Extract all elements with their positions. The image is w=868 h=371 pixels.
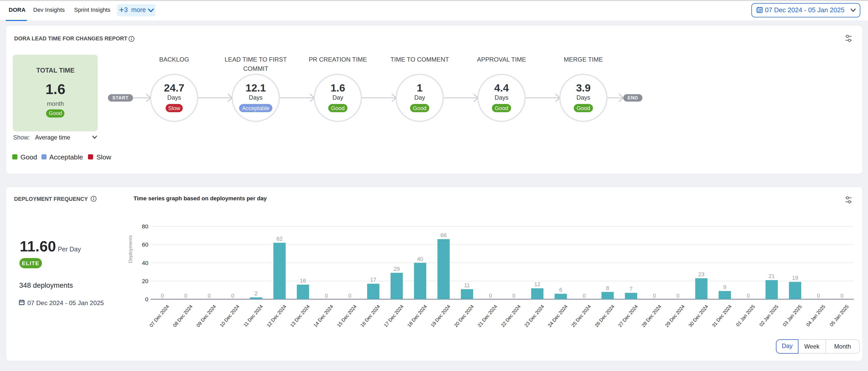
- svg-text:Day: Day: [414, 94, 425, 101]
- svg-text:03 Jan 2025: 03 Jan 2025: [782, 304, 803, 327]
- svg-text:COMMIT: COMMIT: [243, 65, 268, 72]
- svg-text:0: 0: [817, 292, 820, 299]
- svg-text:29: 29: [394, 266, 400, 272]
- svg-text:17 Dec 2024: 17 Dec 2024: [383, 304, 405, 328]
- svg-text:4.4: 4.4: [494, 82, 509, 94]
- svg-text:07 Dec 2024: 07 Dec 2024: [149, 304, 170, 328]
- svg-text:0: 0: [747, 292, 750, 299]
- svg-text:15 Dec 2024: 15 Dec 2024: [336, 304, 358, 328]
- svg-text:Days: Days: [249, 94, 262, 101]
- svg-text:0: 0: [653, 292, 656, 299]
- svg-text:0: 0: [231, 292, 234, 299]
- svg-text:11: 11: [464, 282, 470, 288]
- svg-text:08 Dec 2024: 08 Dec 2024: [172, 304, 194, 328]
- svg-text:19 Dec 2024: 19 Dec 2024: [430, 304, 452, 328]
- svg-text:13 Dec 2024: 13 Dec 2024: [289, 304, 311, 328]
- svg-text:Slow: Slow: [168, 105, 180, 111]
- svg-text:0: 0: [840, 292, 843, 299]
- svg-text:0: 0: [208, 292, 211, 299]
- svg-text:04 Jan 2025: 04 Jan 2025: [805, 304, 826, 327]
- svg-text:Days: Days: [495, 94, 508, 101]
- svg-text:21: 21: [769, 273, 775, 279]
- svg-text:3.9: 3.9: [576, 82, 591, 94]
- svg-text:12 Dec 2024: 12 Dec 2024: [266, 304, 287, 328]
- svg-text:0: 0: [489, 292, 492, 299]
- svg-text:17: 17: [370, 276, 376, 282]
- svg-text:1.6: 1.6: [331, 82, 345, 94]
- svg-text:Good: Good: [577, 105, 590, 111]
- svg-text:21 Dec 2024: 21 Dec 2024: [476, 304, 498, 328]
- svg-text:2: 2: [254, 290, 257, 296]
- svg-text:20 Dec 2024: 20 Dec 2024: [453, 304, 475, 328]
- svg-text:Good: Good: [331, 105, 345, 111]
- svg-text:01 Jan 2025: 01 Jan 2025: [735, 304, 756, 327]
- svg-text:11 Dec 2024: 11 Dec 2024: [243, 304, 264, 328]
- svg-text:8: 8: [606, 284, 609, 291]
- svg-text:66: 66: [440, 232, 446, 238]
- svg-text:60: 60: [142, 241, 148, 247]
- svg-text:05 Jan 2025: 05 Jan 2025: [829, 304, 850, 327]
- svg-text:23 Dec 2024: 23 Dec 2024: [524, 304, 545, 328]
- svg-text:28 Dec 2024: 28 Dec 2024: [641, 304, 662, 328]
- svg-text:12.1: 12.1: [246, 82, 266, 94]
- svg-text:9: 9: [723, 283, 726, 290]
- svg-text:APPROVAL TIME: APPROVAL TIME: [477, 56, 526, 63]
- svg-text:25 Dec 2024: 25 Dec 2024: [570, 304, 592, 328]
- svg-text:40: 40: [142, 260, 148, 266]
- svg-text:0: 0: [145, 296, 148, 302]
- svg-text:0: 0: [348, 292, 351, 299]
- svg-text:31 Dec 2024: 31 Dec 2024: [711, 304, 733, 328]
- svg-text:0: 0: [161, 292, 164, 299]
- svg-text:MERGE TIME: MERGE TIME: [564, 56, 603, 63]
- svg-text:BACKLOG: BACKLOG: [159, 56, 189, 63]
- svg-text:18 Dec 2024: 18 Dec 2024: [406, 304, 428, 328]
- svg-text:PR CREATION TIME: PR CREATION TIME: [309, 56, 367, 63]
- svg-text:Days: Days: [167, 94, 181, 101]
- svg-text:12: 12: [534, 281, 540, 287]
- svg-text:26 Dec 2024: 26 Dec 2024: [594, 304, 616, 328]
- svg-text:0: 0: [512, 292, 515, 299]
- svg-text:Acceptable: Acceptable: [242, 105, 270, 111]
- svg-text:END: END: [628, 95, 638, 100]
- svg-text:Good: Good: [495, 105, 508, 111]
- svg-text:80: 80: [142, 223, 148, 230]
- svg-text:0: 0: [677, 292, 680, 299]
- svg-text:Deployments: Deployments: [128, 235, 133, 263]
- svg-text:Day: Day: [333, 94, 343, 101]
- svg-text:62: 62: [276, 235, 283, 242]
- svg-text:02 Jan 2025: 02 Jan 2025: [758, 304, 779, 327]
- svg-text:27 Dec 2024: 27 Dec 2024: [617, 304, 639, 328]
- svg-text:7: 7: [629, 285, 632, 292]
- svg-text:30 Dec 2024: 30 Dec 2024: [687, 304, 709, 328]
- svg-text:09 Dec 2024: 09 Dec 2024: [195, 304, 217, 328]
- svg-text:Days: Days: [577, 94, 590, 101]
- svg-text:0: 0: [184, 292, 187, 299]
- svg-text:6: 6: [559, 286, 562, 293]
- svg-text:16 Dec 2024: 16 Dec 2024: [359, 304, 381, 328]
- svg-text:20: 20: [142, 278, 148, 284]
- svg-text:16: 16: [300, 277, 306, 283]
- svg-text:29 Dec 2024: 29 Dec 2024: [664, 304, 686, 328]
- svg-text:TIME TO COMMENT: TIME TO COMMENT: [391, 56, 449, 63]
- svg-text:0: 0: [583, 292, 586, 299]
- svg-text:24.7: 24.7: [164, 82, 184, 94]
- svg-text:LEAD TIME TO FIRST: LEAD TIME TO FIRST: [224, 56, 287, 63]
- svg-text:10 Dec 2024: 10 Dec 2024: [219, 304, 240, 328]
- svg-text:Good: Good: [413, 105, 427, 111]
- svg-text:14 Dec 2024: 14 Dec 2024: [312, 304, 334, 328]
- svg-text:START: START: [112, 95, 129, 100]
- svg-text:19: 19: [792, 274, 798, 281]
- svg-text:23: 23: [698, 271, 704, 277]
- svg-text:24 Dec 2024: 24 Dec 2024: [547, 304, 568, 328]
- svg-text:0: 0: [325, 292, 328, 299]
- svg-text:40: 40: [417, 256, 423, 262]
- svg-text:1: 1: [417, 82, 423, 94]
- svg-text:22 Dec 2024: 22 Dec 2024: [500, 304, 522, 328]
